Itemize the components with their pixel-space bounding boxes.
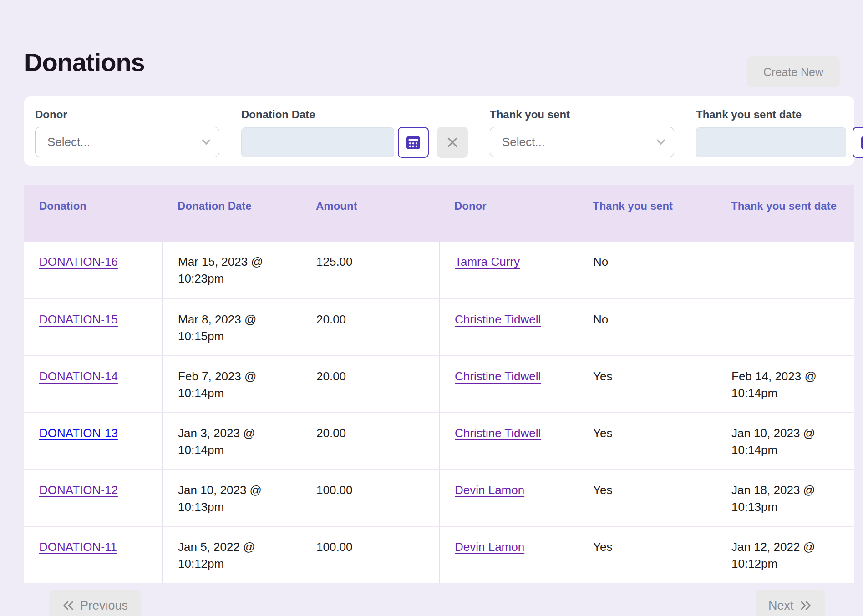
thank-you-sent-cell: No xyxy=(578,299,716,355)
donor-link[interactable]: Christine Tidwell xyxy=(455,313,541,326)
donation-cell: DONATION-11 xyxy=(24,527,162,583)
donor-select-placeholder: Select... xyxy=(36,135,193,149)
thank-you-sent-select-placeholder: Select... xyxy=(490,135,648,149)
donor-link[interactable]: Christine Tidwell xyxy=(455,426,541,440)
donor-cell: Christine Tidwell xyxy=(439,413,578,469)
donations-table: Donation Donation Date Amount Donor Than… xyxy=(24,185,854,583)
donor-select[interactable]: Select... xyxy=(35,127,219,157)
table-row: DONATION-12 Jan 10, 2023 @ 10:13pm 100.0… xyxy=(24,469,854,526)
table-row: DONATION-13 Jan 3, 2023 @ 10:14pm 20.00 … xyxy=(24,412,854,469)
calendar-icon xyxy=(405,134,422,151)
amount-cell: 20.00 xyxy=(301,299,439,355)
amount-cell: 20.00 xyxy=(301,356,439,412)
thank-you-sent-date-cell xyxy=(716,299,854,355)
donation-cell: DONATION-12 xyxy=(24,470,162,526)
donations-page: Donations Create New Donor Select... Don… xyxy=(0,0,863,616)
table-row: DONATION-16 Mar 15, 2023 @ 10:23pm 125.0… xyxy=(24,242,854,298)
filter-group-thank-you-sent: Thank you sent Select... xyxy=(490,108,674,157)
column-header-donation-date: Donation Date xyxy=(162,185,301,242)
donation-cell: DONATION-13 xyxy=(24,413,162,469)
chevron-down-icon xyxy=(648,135,674,149)
create-new-button[interactable]: Create New xyxy=(747,56,840,87)
donation-cell: DONATION-16 xyxy=(24,242,162,298)
donor-filter-label: Donor xyxy=(35,108,219,121)
donation-date-cell: Jan 10, 2023 @ 10:13pm xyxy=(162,470,301,526)
amount-cell: 20.00 xyxy=(301,413,439,469)
next-page-label: Next xyxy=(768,599,794,613)
donor-cell: Devin Lamon xyxy=(439,527,578,583)
donation-cell: DONATION-14 xyxy=(24,356,162,412)
donor-link[interactable]: Tamra Curry xyxy=(455,255,520,268)
donor-cell: Christine Tidwell xyxy=(439,356,578,412)
donation-link[interactable]: DONATION-12 xyxy=(39,483,118,497)
calendar-icon xyxy=(859,134,863,151)
column-header-donation: Donation xyxy=(24,185,162,242)
column-header-donor: Donor xyxy=(439,185,578,242)
donation-date-cell: Mar 8, 2023 @ 10:15pm xyxy=(162,299,301,355)
amount-cell: 125.00 xyxy=(301,242,439,298)
previous-page-label: Previous xyxy=(80,599,128,613)
thank-you-sent-date-filter-label: Thank you sent date xyxy=(696,108,863,121)
donor-link[interactable]: Devin Lamon xyxy=(455,540,524,554)
donation-date-cell: Mar 15, 2023 @ 10:23pm xyxy=(162,242,301,298)
donor-link[interactable]: Devin Lamon xyxy=(455,483,524,497)
filter-group-donor: Donor Select... xyxy=(35,108,219,157)
thank-you-sent-cell: Yes xyxy=(578,470,716,526)
donation-date-cell: Feb 7, 2023 @ 10:14pm xyxy=(162,356,301,412)
thank-you-sent-date-calendar-button[interactable] xyxy=(853,127,863,158)
thank-you-sent-select[interactable]: Select... xyxy=(490,127,674,157)
chevrons-left-icon xyxy=(62,599,75,612)
thank-you-sent-date-cell: Jan 12, 2022 @ 10:12pm xyxy=(716,527,854,583)
donation-cell: DONATION-15 xyxy=(24,299,162,355)
previous-page-button[interactable]: Previous xyxy=(49,590,141,616)
donation-date-clear-button[interactable] xyxy=(437,127,468,158)
donation-date-cell: Jan 3, 2023 @ 10:14pm xyxy=(162,413,301,469)
thank-you-sent-filter-label: Thank you sent xyxy=(490,108,674,121)
thank-you-sent-date-cell xyxy=(716,242,854,298)
thank-you-sent-cell: Yes xyxy=(578,413,716,469)
close-icon xyxy=(446,136,459,149)
filter-bar: Donor Select... Donation Date xyxy=(24,96,854,166)
table-row: DONATION-14 Feb 7, 2023 @ 10:14pm 20.00 … xyxy=(24,355,854,412)
column-header-amount: Amount xyxy=(301,185,439,242)
donation-date-calendar-button[interactable] xyxy=(398,127,429,158)
donation-link[interactable]: DONATION-11 xyxy=(39,540,117,554)
thank-you-sent-date-cell: Feb 14, 2023 @ 10:14pm xyxy=(716,356,854,412)
table-row: DONATION-11 Jan 5, 2022 @ 10:12pm 100.00… xyxy=(24,526,854,583)
column-header-thank-you-sent: Thank you sent xyxy=(578,185,716,242)
donation-date-filter-label: Donation Date xyxy=(241,108,468,121)
table-body: DONATION-16 Mar 15, 2023 @ 10:23pm 125.0… xyxy=(24,242,854,583)
thank-you-sent-date-cell: Jan 10, 2023 @ 10:14pm xyxy=(716,413,854,469)
donor-link[interactable]: Christine Tidwell xyxy=(455,369,541,383)
chevrons-right-icon xyxy=(799,599,812,612)
next-page-button[interactable]: Next xyxy=(756,590,825,616)
thank-you-sent-cell: Yes xyxy=(578,527,716,583)
donation-link[interactable]: DONATION-15 xyxy=(39,313,118,326)
donation-link[interactable]: DONATION-16 xyxy=(39,255,118,268)
table-header-row: Donation Donation Date Amount Donor Than… xyxy=(24,185,854,242)
table-row: DONATION-15 Mar 8, 2023 @ 10:15pm 20.00 … xyxy=(24,298,854,355)
donation-link[interactable]: DONATION-13 xyxy=(39,426,118,440)
donation-link[interactable]: DONATION-14 xyxy=(39,369,118,383)
column-header-thank-you-sent-date: Thank you sent date xyxy=(716,185,854,242)
thank-you-sent-cell: Yes xyxy=(578,356,716,412)
page-title: Donations xyxy=(24,47,145,77)
donation-date-input[interactable] xyxy=(241,127,394,157)
donation-date-cell: Jan 5, 2022 @ 10:12pm xyxy=(162,527,301,583)
amount-cell: 100.00 xyxy=(301,470,439,526)
donor-cell: Christine Tidwell xyxy=(439,299,578,355)
chevron-down-icon xyxy=(193,135,219,149)
amount-cell: 100.00 xyxy=(301,527,439,583)
filter-group-donation-date: Donation Date xyxy=(241,108,468,158)
filter-group-thank-you-sent-date: Thank you sent date xyxy=(696,108,863,158)
donor-cell: Devin Lamon xyxy=(439,470,578,526)
thank-you-sent-cell: No xyxy=(578,242,716,298)
thank-you-sent-date-input[interactable] xyxy=(696,127,846,157)
donor-cell: Tamra Curry xyxy=(439,242,578,298)
thank-you-sent-date-cell: Jan 18, 2023 @ 10:13pm xyxy=(716,470,854,526)
